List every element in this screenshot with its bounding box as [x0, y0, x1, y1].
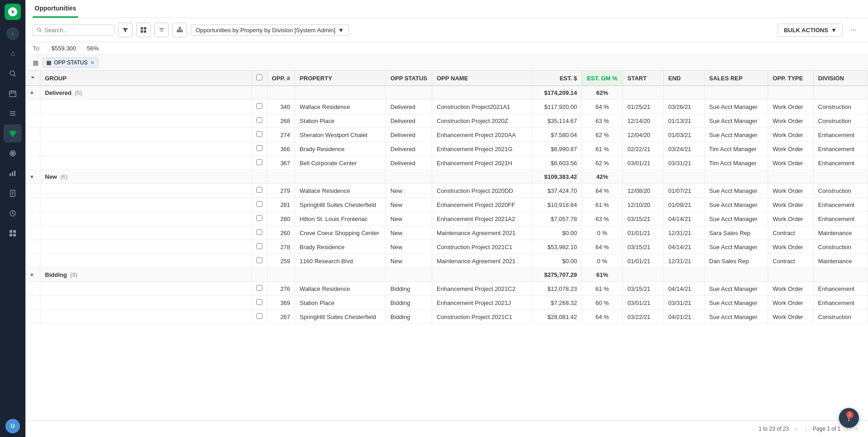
filter-tag-remove[interactable]: ✕	[90, 60, 94, 66]
table-row[interactable]: 281 SpringHill Suites Chesterfield New E…	[25, 198, 868, 212]
search-box[interactable]	[33, 25, 114, 36]
select-all-checkbox[interactable]	[256, 74, 262, 80]
list-icon[interactable]	[4, 104, 22, 123]
row-checkbox-cell[interactable]	[252, 100, 267, 114]
header-group: GROUP	[40, 71, 252, 86]
row-checkbox[interactable]	[256, 103, 262, 109]
header-division[interactable]: DIVISION	[814, 71, 868, 86]
opp-status-filter-tag[interactable]: ▦ OPP STATUS ✕	[42, 58, 99, 68]
row-checkbox-cell[interactable]	[252, 212, 267, 226]
row-checkbox[interactable]	[256, 299, 262, 305]
opportunities-tab[interactable]: Opportunities	[33, 0, 78, 18]
row-checkbox-cell[interactable]	[252, 156, 267, 170]
view-selector[interactable]: Opportunities by Property by Division [S…	[191, 25, 349, 36]
table-row[interactable]: 367 Bell Corporate Center Delivered Enha…	[25, 156, 868, 170]
table-row[interactable]: 280 Hilton St. Louis Frontenac New Enhan…	[25, 212, 868, 226]
table-row[interactable]: 278 Brady Residence New Construction Pro…	[25, 240, 868, 254]
row-opp-type: Work Order	[768, 114, 814, 128]
row-checkbox-cell[interactable]	[252, 198, 267, 212]
header-opp-num[interactable]: OPP. #	[267, 71, 295, 86]
row-checkbox[interactable]	[256, 243, 262, 249]
row-checkbox-cell[interactable]	[252, 240, 267, 254]
header-opp-type[interactable]: OPP. TYPE	[768, 71, 814, 86]
header-est-gm[interactable]: EST. GM %	[582, 71, 623, 86]
row-checkbox[interactable]	[256, 117, 262, 123]
group-collapse-cell[interactable]: ▾	[25, 170, 40, 184]
target-icon[interactable]	[4, 144, 22, 162]
help-button[interactable]: ? 1	[839, 408, 859, 428]
prev-page-button[interactable]: ‹	[803, 424, 809, 433]
table-row[interactable]: 279 Wallace Residence New Construction P…	[25, 184, 868, 198]
header-sales-rep[interactable]: SALES REP	[705, 71, 768, 86]
table-row[interactable]: 260 Creve Coeur Shopping Center New Main…	[25, 226, 868, 240]
sidebar-toggle[interactable]: ›	[6, 27, 19, 40]
row-checkbox-cell[interactable]	[252, 142, 267, 156]
header-est[interactable]: EST. $	[532, 71, 582, 86]
filter-grid-icon[interactable]: ▦	[33, 59, 39, 66]
row-checkbox-cell[interactable]	[252, 128, 267, 142]
header-opp-name[interactable]: OPP NAME	[432, 71, 532, 86]
group-toggle-icon[interactable]: ▾	[30, 89, 34, 96]
header-end[interactable]: END	[664, 71, 705, 86]
trophy-icon[interactable]	[4, 124, 22, 142]
row-checkbox[interactable]	[256, 215, 262, 221]
row-opp-type: Work Order	[768, 100, 814, 114]
first-page-button[interactable]: «	[793, 424, 800, 433]
header-start[interactable]: START	[623, 71, 664, 86]
header-collapse[interactable]	[25, 71, 40, 86]
clock-icon[interactable]	[4, 204, 22, 222]
table-row[interactable]: 274 Sheraton Westport Chalet Delivered E…	[25, 128, 868, 142]
row-checkbox[interactable]	[256, 131, 262, 137]
row-checkbox-cell[interactable]	[252, 226, 267, 240]
svg-rect-13	[12, 172, 13, 176]
row-checkbox-cell[interactable]	[252, 254, 267, 268]
document-icon[interactable]	[4, 184, 22, 202]
row-opp-num: 274	[267, 128, 295, 142]
user-avatar[interactable]: U	[5, 419, 20, 433]
home-icon[interactable]: ⌂	[4, 44, 22, 63]
group-collapse-cell[interactable]: ▾	[25, 86, 40, 100]
table-row[interactable]: 267 SpringHill Suites Chesterfield Biddi…	[25, 310, 868, 324]
row-checkbox[interactable]	[256, 313, 262, 319]
row-checkbox[interactable]	[256, 285, 262, 291]
table-row[interactable]: 276 Wallace Residence Bidding Enhancemen…	[25, 282, 868, 296]
row-checkbox[interactable]	[256, 229, 262, 235]
bulk-actions-button[interactable]: BULK ACTIONS ▼	[778, 24, 843, 37]
group-collapse-cell[interactable]: ▾	[25, 268, 40, 282]
search-input[interactable]	[44, 27, 110, 34]
table-row[interactable]: 259 1160 Research Blvd New Maintenance A…	[25, 254, 868, 268]
header-opp-status[interactable]: OPP STATUS	[386, 71, 432, 86]
table-row[interactable]: 268 Station Place Delivered Construction…	[25, 114, 868, 128]
row-checkbox-cell[interactable]	[252, 296, 267, 310]
chart-bar-icon[interactable]	[4, 164, 22, 182]
row-checkbox[interactable]	[256, 145, 262, 151]
row-checkbox[interactable]	[256, 187, 262, 193]
filter-button[interactable]	[118, 23, 133, 37]
row-opp-name: Construction Project 2021C1	[432, 310, 532, 324]
row-opp-num: 260	[267, 226, 295, 240]
header-property[interactable]: PROPERTY	[295, 71, 386, 86]
topbar: Opportunities by Property by Division [S…	[25, 18, 868, 42]
svg-rect-27	[144, 27, 146, 29]
row-checkbox-cell[interactable]	[252, 282, 267, 296]
table-row[interactable]: 369 Station Place Bidding Enhancement Pr…	[25, 296, 868, 310]
row-checkbox-cell[interactable]	[252, 310, 267, 324]
org-chart-button[interactable]	[173, 23, 187, 37]
grid-icon[interactable]	[4, 224, 22, 242]
more-options-button[interactable]: ···	[846, 23, 861, 37]
row-checkbox[interactable]	[256, 257, 262, 263]
row-indent-cell	[25, 254, 40, 268]
table-row[interactable]: 340 Wallace Residence Delivered Construc…	[25, 100, 868, 114]
row-checkbox-cell[interactable]	[252, 184, 267, 198]
calendar-icon[interactable]	[4, 84, 22, 103]
search-icon[interactable]	[4, 64, 22, 83]
group-toggle-icon[interactable]: ▾	[30, 173, 34, 180]
header-checkbox[interactable]	[252, 71, 267, 86]
row-checkbox[interactable]	[256, 201, 262, 207]
sort-button[interactable]	[154, 23, 169, 37]
row-checkbox[interactable]	[256, 159, 262, 165]
group-toggle-icon[interactable]: ▾	[30, 271, 34, 278]
table-row[interactable]: 366 Brady Residence Delivered Enhancemen…	[25, 142, 868, 156]
row-checkbox-cell[interactable]	[252, 114, 267, 128]
grid-view-button[interactable]	[136, 23, 151, 37]
